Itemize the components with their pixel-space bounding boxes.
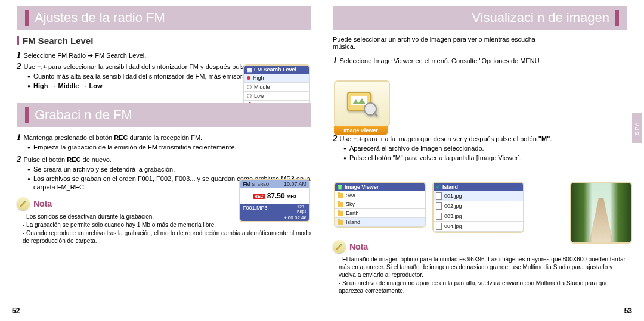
step-1: 1Seleccione FM Radio ➔ FM Search Level.: [17, 51, 311, 60]
fm-bot: F001.MP3 128Kbps: [240, 204, 309, 214]
clock: 10:07 AM: [284, 181, 306, 187]
item-label: 001.jpg: [444, 193, 462, 199]
note-icon: [17, 197, 30, 210]
note-label: Nota: [33, 199, 52, 208]
item-label: Sky: [346, 201, 355, 207]
file-icon: [436, 202, 442, 210]
radio-icon: [247, 94, 252, 98]
check-icon: ✔: [436, 184, 441, 190]
page-52: Ajustes de la radio FM FM Search Level 1…: [0, 0, 322, 321]
note-icon: [333, 240, 346, 253]
bullet-rec-start: Empieza la grabación de la emisión de FM…: [27, 143, 311, 151]
section-header-image-viewer: Visualizaci n de imagen: [333, 6, 627, 30]
svg-line-3: [374, 113, 377, 116]
header-text: Grabaci n de FM: [35, 107, 132, 123]
option-high: High: [244, 74, 309, 83]
step-2-text-a: Use: [24, 63, 38, 70]
iv-step-1: 1Seleccione Image Viewer en el menú. Con…: [333, 56, 627, 65]
frequency: 87.50: [267, 192, 285, 200]
rec-button-ref-2: REC: [67, 156, 80, 163]
screenshot-folder-list: ▣Image Viewer Sea Sky Earth Island: [334, 182, 426, 228]
page-53: Visualizaci n de imagen Puede selecciona…: [322, 0, 644, 321]
folder-icon: [338, 193, 343, 198]
fm-time: + 00:02:46: [240, 214, 309, 221]
list-item-selected: 001.jpg: [434, 191, 523, 201]
screen-titlebar: ▦FM Search Level: [244, 66, 309, 74]
rec-step1-a: Mantenga presionado el botón: [24, 134, 114, 141]
folder-icon: [338, 220, 343, 225]
screen-titlebar: ▣Image Viewer: [335, 183, 425, 191]
intro-text: Puede seleccionar un archivo de imagen p…: [333, 36, 547, 50]
step-2-text-b: para seleccionar la sensibilidad del sin…: [47, 63, 275, 70]
item-label: 003.jpg: [444, 213, 462, 219]
levels-text: High → Middle → Low: [33, 82, 103, 89]
note-item: - El tamaño de imagen óptimo para la uni…: [339, 255, 627, 279]
option-middle: Middle: [244, 83, 309, 92]
option-low-label: Low: [254, 93, 264, 99]
rec-step2-b: de nuevo.: [81, 156, 112, 163]
iv-step-2: 2Use −,+ para ir a la imagen que desea v…: [333, 134, 627, 143]
section-header-fm-settings: Ajustes de la radio FM: [17, 6, 311, 30]
rec-step-2: 2Pulse el botón REC de nuevo.: [17, 155, 311, 164]
image-preview: [570, 182, 632, 244]
iv-step2-notes: Aparecerá el archivo de imagen seleccion…: [343, 144, 627, 162]
fm-badge: FM: [243, 181, 250, 187]
item-label: 004.jpg: [444, 223, 462, 229]
screen-title: Image Viewer: [345, 184, 379, 190]
page-number-left: 52: [12, 307, 20, 315]
section-header-fm-recording: Grabaci n de FM: [17, 103, 311, 127]
header-text: Visualizaci n de imagen: [472, 10, 609, 26]
rec-indicator: REC: [253, 194, 265, 199]
image-viewer-app-icon: [334, 80, 390, 127]
rec-step1-b: durante la recepción FM.: [128, 134, 202, 141]
iv-step1-text: Seleccione Image Viewer en el menú. Cons…: [340, 57, 542, 64]
freq-unit: MHz: [287, 194, 296, 199]
header-text: Ajustes de la radio FM: [35, 10, 165, 26]
item-label: 002.jpg: [444, 203, 462, 209]
bitrate: 128: [297, 205, 304, 209]
screen-title: FM Search Level: [254, 67, 296, 73]
file-icon: [436, 223, 442, 230]
note-item: - Cuando reproduce un archivo tras la gr…: [23, 229, 311, 245]
option-high-label: High: [253, 75, 264, 81]
option-middle-label: Middle: [254, 84, 270, 90]
rec-button-ref: REC: [114, 134, 128, 141]
bullet-return: Pulse el botón "M" para volver a la pant…: [343, 154, 627, 162]
list-item-selected: Island: [335, 218, 425, 227]
note-label: Nota: [349, 242, 368, 251]
filename: F001.MP3: [243, 205, 268, 213]
rec-step-1: 1Mantenga presionado el botón REC durant…: [17, 133, 311, 142]
rec-step1-notes: Empieza la grabación de la emisión de FM…: [27, 143, 311, 151]
image-viewer-caption: Image Viewer: [334, 126, 388, 135]
rec-step2-a: Pulse el botón: [24, 156, 67, 163]
fm-top-bar: FM STEREO 10:07 AM: [240, 180, 309, 188]
item-label: Island: [346, 219, 360, 225]
bullet-rec-stop: Se creará un archivo y se detendrá la gr…: [27, 165, 311, 173]
list-item: 002.jpg: [434, 201, 523, 211]
subsection-fm-search-level: FM Search Level: [17, 36, 311, 46]
manual-spread: Ajustes de la radio FM FM Search Level 1…: [0, 0, 644, 321]
folder-icon: [338, 211, 343, 216]
step-1-text: Seleccione FM Radio ➔ FM Search Level.: [24, 52, 147, 59]
file-icon: [436, 192, 442, 200]
m-button-ref: "M": [538, 135, 550, 142]
list-item: 004.jpg: [434, 222, 523, 232]
item-label: Sea: [346, 192, 355, 198]
language-tab: SPA: [632, 113, 642, 143]
list-item: Earth: [335, 209, 425, 218]
radio-icon: [247, 85, 252, 89]
screen-title: Island: [442, 184, 458, 190]
screenshot-file-list: ✔Island 001.jpg 002.jpg 003.jpg 004.jpg: [432, 182, 524, 233]
list-item: Sky: [335, 200, 425, 209]
bullet-image-appears: Aparecerá el archivo de imagen seleccion…: [343, 144, 627, 152]
note-item: - Si un archivo de imagen no aparece en …: [339, 279, 627, 295]
item-label: Earth: [346, 210, 359, 216]
option-low: Low: [244, 92, 309, 101]
folder-icon: [338, 202, 343, 207]
list-item: Sea: [335, 191, 425, 200]
gallery-icon: ▣: [338, 184, 343, 190]
screenshot-fm-recording: FM STEREO 10:07 AM REC 87.50MHz F001.MP3…: [239, 179, 310, 222]
iv-step2-b: para ir a la imagen que desea ver y desp…: [363, 135, 538, 142]
file-icon: [436, 213, 442, 220]
screen-titlebar: ✔Island: [434, 183, 523, 191]
